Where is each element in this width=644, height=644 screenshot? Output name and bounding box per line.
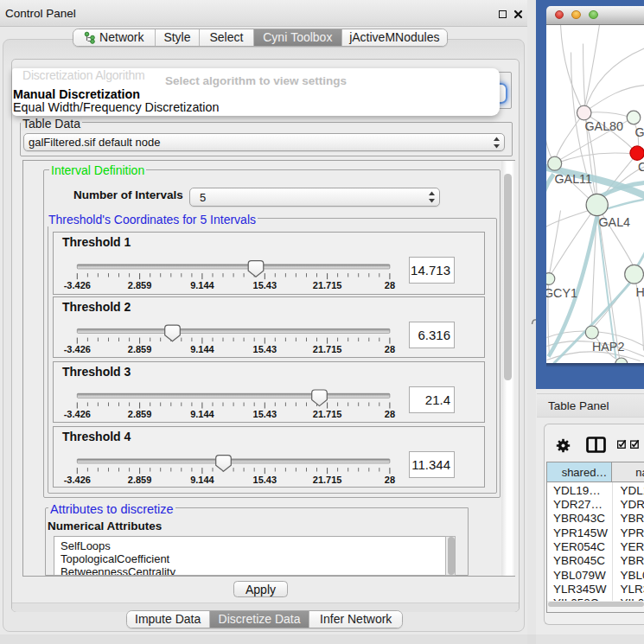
svg-text:2.859: 2.859 [128, 474, 152, 484]
svg-text:GAL80: GAL80 [584, 119, 623, 133]
svg-text:15.43: 15.43 [253, 409, 277, 419]
svg-text:C: C [638, 159, 644, 173]
svg-text:28: 28 [385, 409, 395, 419]
svg-text:2.859: 2.859 [128, 279, 152, 290]
svg-text:-3.426: -3.426 [64, 279, 91, 290]
svg-text:15.43: 15.43 [253, 474, 277, 484]
svg-text:9.144: 9.144 [190, 409, 214, 419]
svg-text:28: 28 [385, 344, 395, 354]
svg-text:HAP2: HAP2 [592, 340, 624, 354]
svg-text:9.144: 9.144 [190, 279, 214, 290]
svg-text:21.715: 21.715 [313, 344, 342, 354]
svg-text:15.43: 15.43 [253, 279, 277, 290]
svg-text:9.144: 9.144 [190, 344, 214, 354]
svg-text:GAL4: GAL4 [598, 215, 630, 229]
svg-text:28: 28 [385, 279, 395, 290]
svg-text:9.144: 9.144 [190, 474, 214, 484]
svg-text:-3.426: -3.426 [64, 474, 91, 484]
svg-text:21.715: 21.715 [313, 474, 342, 484]
svg-text:2.859: 2.859 [128, 409, 152, 419]
svg-text:HIS7: HIS7 [635, 285, 644, 299]
svg-text:GAL11: GAL11 [554, 172, 591, 186]
svg-text:28: 28 [385, 474, 395, 484]
svg-text:15.43: 15.43 [253, 344, 277, 354]
svg-text:21.715: 21.715 [313, 279, 342, 290]
svg-text:2.859: 2.859 [128, 344, 152, 354]
svg-text:GCY1: GCY1 [546, 286, 577, 300]
svg-text:-3.426: -3.426 [64, 344, 91, 354]
svg-text:-3.426: -3.426 [64, 409, 91, 419]
svg-text:21.715: 21.715 [313, 409, 342, 419]
svg-text:GAL2: GAL2 [634, 125, 644, 139]
